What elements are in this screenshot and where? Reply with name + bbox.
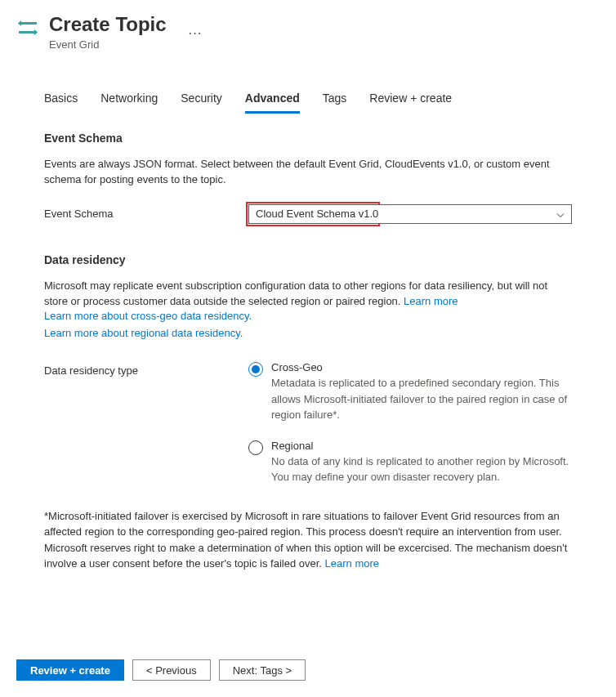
page-subtitle: Event Grid: [49, 38, 167, 51]
footer-buttons: Review + create < Previous Next: Tags >: [16, 659, 306, 681]
radio-regional[interactable]: [248, 440, 263, 455]
previous-button[interactable]: < Previous: [132, 659, 211, 681]
footnote-learn-more-link[interactable]: Learn more: [325, 557, 379, 570]
tab-tags[interactable]: Tags: [323, 92, 347, 114]
svg-marker-3: [34, 29, 38, 35]
radio-regional-label: Regional: [271, 440, 572, 452]
data-residency-description: Microsoft may replicate event subscripti…: [44, 278, 572, 342]
cross-geo-link[interactable]: Learn more about cross-geo data residenc…: [44, 310, 252, 322]
regional-link[interactable]: Learn more about regional data residency…: [44, 327, 243, 339]
more-button[interactable]: …: [181, 18, 210, 42]
tab-advanced[interactable]: Advanced: [245, 92, 300, 114]
data-residency-heading: Data residency: [44, 253, 572, 266]
tab-review-create[interactable]: Review + create: [369, 92, 452, 114]
tab-networking[interactable]: Networking: [100, 92, 158, 114]
radio-cross-geo-desc: Metadata is replicated to a predefined s…: [271, 375, 572, 423]
radio-cross-geo[interactable]: [248, 362, 263, 377]
tab-security[interactable]: Security: [181, 92, 222, 114]
svg-rect-0: [19, 22, 37, 25]
event-schema-heading: Event Schema: [44, 132, 572, 145]
radio-regional-desc: No data of any kind is replicated to ano…: [271, 453, 572, 485]
page-header: Create Topic Event Grid …: [0, 0, 616, 67]
event-schema-value: Cloud Event Schema v1.0: [256, 208, 378, 220]
review-create-button[interactable]: Review + create: [16, 659, 124, 681]
next-button[interactable]: Next: Tags >: [219, 659, 306, 681]
radio-cross-geo-label: Cross-Geo: [271, 361, 572, 373]
svg-rect-1: [19, 31, 37, 34]
svg-marker-2: [18, 20, 21, 26]
chevron-down-icon: [556, 208, 565, 220]
footnote: *Microsoft-initiated failover is exercis…: [44, 508, 572, 572]
data-residency-type-label: Data residency type: [44, 361, 248, 377]
tab-basics[interactable]: Basics: [44, 92, 78, 114]
event-schema-select[interactable]: Cloud Event Schema v1.0: [248, 204, 572, 224]
learn-more-link[interactable]: Learn more: [404, 295, 458, 307]
event-grid-icon: [16, 16, 39, 39]
page-title: Create Topic: [49, 13, 167, 37]
event-schema-label: Event Schema: [44, 204, 248, 220]
event-schema-description: Events are always JSON format. Select be…: [44, 156, 572, 188]
data-residency-radio-group: Cross-Geo Metadata is replicated to a pr…: [248, 361, 572, 485]
tab-bar: Basics Networking Security Advanced Tags…: [44, 92, 572, 114]
